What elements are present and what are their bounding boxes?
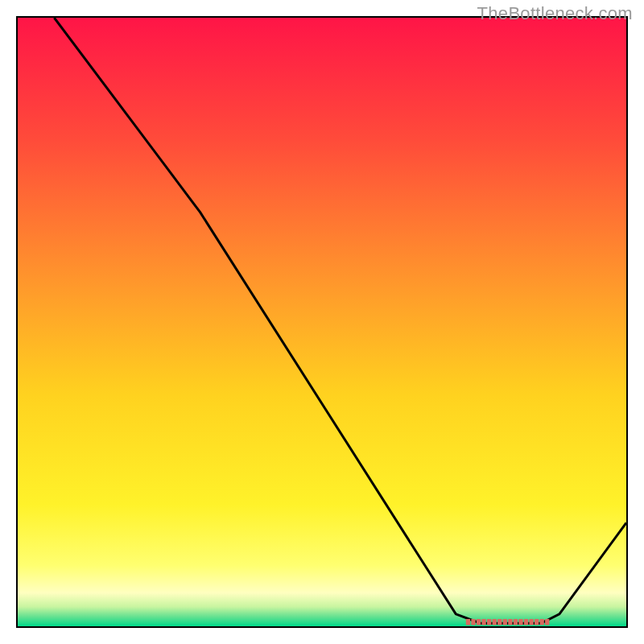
marker-dot xyxy=(524,619,528,625)
marker-dot xyxy=(514,619,518,625)
marker-dot xyxy=(477,619,481,625)
watermark-text: TheBottleneck.com xyxy=(477,3,633,24)
marker-dot xyxy=(503,619,507,625)
marker-layer xyxy=(18,18,626,626)
marker-dot xyxy=(466,619,470,625)
marker-dot xyxy=(529,619,533,625)
marker-dot xyxy=(497,619,502,625)
marker-dot xyxy=(487,619,491,625)
minimum-marker xyxy=(466,619,550,625)
marker-dot xyxy=(540,619,544,625)
marker-dot xyxy=(481,619,485,625)
marker-dot xyxy=(518,619,522,625)
marker-dot xyxy=(493,619,497,625)
marker-dot xyxy=(535,619,539,625)
chart-plot-area xyxy=(16,16,628,628)
marker-dot xyxy=(508,619,512,625)
marker-dot xyxy=(545,619,549,625)
marker-dot xyxy=(471,619,475,625)
